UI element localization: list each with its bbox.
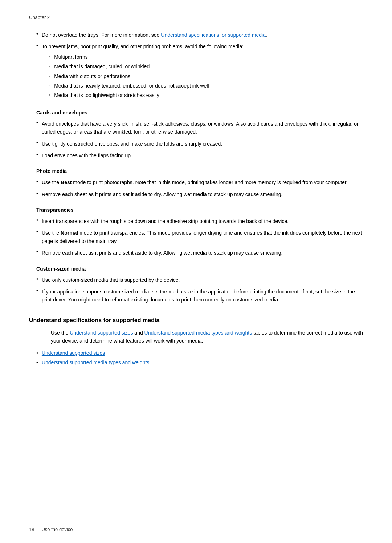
bullet-text: Avoid envelopes that have a very slick f… [42,120,363,136]
bullet-text: Use only custom-sized media that is supp… [42,276,180,284]
bullet-text: To prevent jams, poor print quality, and… [42,42,244,101]
list-item: Media that is too lightweight or stretch… [42,91,244,99]
cards-envelopes-heading: Cards and envelopes [29,110,363,116]
list-item: Use only custom-sized media that is supp… [29,276,363,284]
bullet-text: Use the Normal mode to print transparenc… [42,229,363,245]
intro-bullet-list: Do not overload the trays. For more info… [29,31,363,101]
sub-bullet-text: Media with cutouts or perforations [54,72,130,80]
sub-bullet-text: Media that is damaged, curled, or wrinkl… [54,62,150,70]
understand-specs-list: Understand supported sizes Understand su… [29,350,363,365]
list-item: Use tightly constructed envelopes, and m… [29,140,363,148]
list-item: Understand supported sizes [29,350,363,356]
link-understand-supported-sizes[interactable]: Understand supported sizes [42,350,105,356]
sub-bullet-text: Multipart forms [54,53,88,61]
link-understand-supported-sizes-inline[interactable]: Understand supported sizes [70,330,133,336]
list-item: Do not overload the trays. For more info… [29,31,363,39]
list-item: Insert transparencies with the rough sid… [29,217,363,225]
footer-page-number: 18 [29,527,34,532]
list-item: Multipart forms [42,53,244,61]
bullet-text: Insert transparencies with the rough sid… [42,217,289,225]
transparencies-heading: Transparencies [29,207,363,213]
link-understand-media-types[interactable]: Understand supported media types and wei… [42,360,150,365]
page-content: Chapter 2 Do not overload the trays. For… [0,0,392,392]
bullet-text: Load envelopes with the flaps facing up. [42,151,132,159]
photo-media-list: Use the Best mode to print photographs. … [29,178,363,198]
list-item: Use the Normal mode to print transparenc… [29,229,363,245]
list-item: To prevent jams, poor print quality, and… [29,42,363,101]
photo-media-heading: Photo media [29,168,363,174]
bold-best: Best [61,179,72,185]
sub-bullet-text: Media that is too lightweight or stretch… [54,91,159,99]
custom-sized-list: Use only custom-sized media that is supp… [29,276,363,304]
chapter-header: Chapter 2 [29,15,363,20]
list-item: Media that is heavily textured, embossed… [42,82,244,90]
custom-sized-heading: Custom-sized media [29,266,363,272]
bullet-text: Do not overload the trays. For more info… [42,31,267,39]
understand-specs-intro-text: Use the Understand supported sizes and U… [51,329,363,345]
list-item: Remove each sheet as it prints and set i… [29,190,363,198]
cards-envelopes-list: Avoid envelopes that have a very slick f… [29,120,363,160]
understand-specs-heading: Understand specifications for supported … [29,317,363,324]
understand-specs-intro: Use the Understand supported sizes and U… [29,329,363,345]
footer-title: Use the device [41,527,73,532]
transparencies-list: Insert transparencies with the rough sid… [29,217,363,257]
list-item: Media with cutouts or perforations [42,72,244,80]
bullet-text: If your application supports custom-size… [42,288,363,304]
link-understand-specs[interactable]: Understand specifications for supported … [161,32,266,38]
list-item: Media that is damaged, curled, or wrinkl… [42,62,244,70]
list-item: Avoid envelopes that have a very slick f… [29,120,363,136]
bold-normal: Normal [61,230,78,236]
list-item: Use the Best mode to print photographs. … [29,178,363,186]
sub-bullet-text: Media that is heavily textured, embossed… [54,82,209,90]
list-item: Understand supported media types and wei… [29,360,363,365]
bullet-text: Remove each sheet as it prints and set i… [42,249,283,257]
list-item: Remove each sheet as it prints and set i… [29,249,363,257]
sub-bullet-list: Multipart forms Media that is damaged, c… [42,53,244,100]
list-item: If your application supports custom-size… [29,288,363,304]
bullet-text: Use tightly constructed envelopes, and m… [42,140,222,148]
list-item: Load envelopes with the flaps facing up. [29,151,363,159]
link-understand-media-types-inline[interactable]: Understand supported media types and wei… [144,330,252,336]
bullet-text: Use the Best mode to print photographs. … [42,178,348,186]
bullet-text: Remove each sheet as it prints and set i… [42,190,283,198]
page-footer: 18 Use the device [29,527,363,532]
